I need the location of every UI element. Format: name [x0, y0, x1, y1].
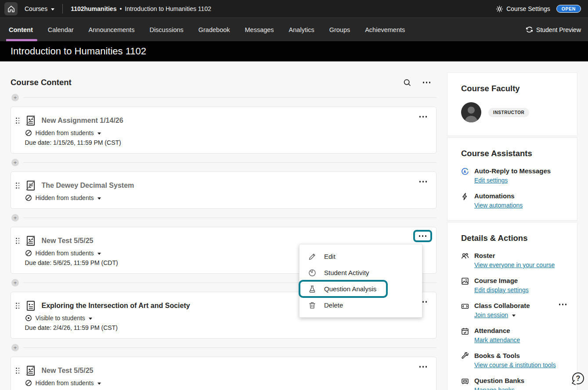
course-settings-button[interactable]: Course Settings [496, 5, 550, 13]
add-content-button[interactable]: + [11, 279, 19, 286]
caret-down-icon [512, 315, 516, 317]
menu-item-delete[interactable]: Delete [299, 297, 422, 313]
tab-discussions[interactable]: Discussions [149, 18, 183, 41]
item-menu-button-active[interactable] [413, 230, 433, 242]
join-session-link[interactable]: Join session [474, 311, 508, 318]
tab-calendar[interactable]: Calendar [48, 18, 74, 41]
item-body: New Test 5/5/25 Hidden from students Due… [25, 235, 118, 266]
automations-item: Automations View automations [461, 192, 566, 209]
eye-slash-icon [25, 379, 32, 386]
course-faculty-heading: Course Faculty [461, 84, 566, 93]
course-content-column: Course Content + [11, 61, 436, 390]
drag-handle-icon[interactable] [16, 238, 20, 244]
books-tools-title: Books & Tools [474, 352, 556, 359]
eye-slash-icon [25, 129, 32, 136]
caret-down-icon [97, 253, 101, 255]
content-item-title[interactable]: New Assignment 1/14/26 [42, 117, 123, 125]
instructor-avatar[interactable] [461, 102, 481, 122]
edit-settings-link[interactable]: Edit settings [474, 177, 551, 184]
add-content-button[interactable]: + [11, 214, 19, 222]
view-everyone-link[interactable]: View everyone in your course [474, 261, 555, 268]
visibility-selector[interactable]: Visible to students [25, 315, 190, 322]
item-menu-button[interactable] [417, 178, 429, 185]
menu-item-edit[interactable]: Edit [299, 248, 422, 265]
tab-messages[interactable]: Messages [245, 18, 274, 41]
course-faculty-card: Course Faculty INSTRUCTOR [447, 72, 577, 136]
drag-handle-icon[interactable] [16, 368, 20, 374]
due-date-text: Due date: 1/15/26, 11:59 PM (CST) [25, 139, 123, 146]
flask-icon [308, 285, 317, 293]
add-content-divider: + [11, 159, 436, 166]
menu-item-label: Edit [324, 253, 335, 260]
help-icon[interactable]: ? [572, 372, 584, 384]
breadcrumb-course-name: Introduction to Humanities 1102 [125, 5, 211, 12]
menu-item-label: Student Activity [324, 269, 369, 276]
course-content-heading: Course Content [11, 78, 72, 87]
bank-icon [461, 377, 469, 385]
item-menu-button[interactable] [417, 363, 429, 370]
add-content-button[interactable]: + [11, 344, 19, 351]
tab-announcements[interactable]: Announcements [89, 18, 135, 41]
course-assistants-heading: Course Assistants [461, 149, 566, 158]
details-actions-card: Details & Actions Roster View everyone i… [447, 222, 577, 390]
caret-down-icon [97, 132, 101, 135]
add-content-button[interactable]: + [11, 159, 19, 166]
tab-achievements[interactable]: Achievements [365, 18, 405, 41]
instructor-role-badge: INSTRUCTOR [488, 108, 529, 117]
course-image-title: Course Image [474, 277, 529, 284]
ai-circle-icon [461, 168, 469, 175]
drag-handle-icon[interactable] [16, 303, 20, 309]
eye-slash-icon [25, 250, 32, 257]
visibility-selector[interactable]: Hidden from students [25, 129, 123, 136]
item-body: The Dewey Decimal System Hidden from stu… [25, 180, 134, 201]
menu-item-student-activity[interactable]: Student Activity [299, 265, 422, 281]
faculty-row: INSTRUCTOR [461, 102, 566, 122]
visibility-selector[interactable]: Hidden from students [25, 250, 118, 257]
search-button[interactable] [403, 79, 411, 87]
course-assistants-card: Course Assistants Auto-Reply to Messages… [447, 137, 577, 221]
tab-content[interactable]: Content [9, 18, 33, 41]
video-session-icon [461, 302, 469, 310]
tab-groups[interactable]: Groups [329, 18, 350, 41]
visibility-selector[interactable]: Hidden from students [25, 194, 134, 201]
wrench-icon [461, 352, 469, 360]
content-options-button[interactable] [423, 82, 431, 83]
item-menu-button[interactable] [417, 113, 429, 120]
auto-reply-title: Auto-Reply to Messages [474, 167, 551, 175]
right-sidebar: Course Faculty INSTRUCTOR Course Assista… [447, 72, 577, 390]
visibility-selector[interactable]: Hidden from students [25, 379, 118, 386]
class-collaborate-menu-button[interactable] [559, 304, 567, 305]
roster-title: Roster [474, 252, 555, 259]
content-item-card: The Dewey Decimal System Hidden from stu… [11, 172, 436, 209]
tab-analytics[interactable]: Analytics [289, 18, 314, 41]
page-title: Introduction to Humanities 1102 [11, 46, 146, 57]
drag-handle-icon[interactable] [16, 118, 20, 124]
content-item-title[interactable]: New Test 5/5/25 [42, 237, 94, 245]
open-status-badge[interactable]: OPEN [556, 5, 581, 13]
content-item-title[interactable]: The Dewey Decimal System [42, 182, 134, 190]
student-preview-button[interactable]: Student Preview [526, 26, 581, 33]
visibility-label: Hidden from students [36, 250, 94, 257]
breadcrumb: 1102humanities • Introduction to Humanit… [71, 5, 211, 12]
add-content-button[interactable]: + [11, 94, 19, 101]
courses-dropdown[interactable]: Courses [25, 5, 54, 12]
test-icon [25, 300, 36, 311]
caret-down-icon [89, 318, 92, 320]
books-tools-item: Books & Tools View course & institution … [461, 352, 566, 369]
manage-banks-link[interactable]: Manage banks [474, 386, 524, 390]
mark-attendance-link[interactable]: Mark attendance [474, 336, 520, 343]
breadcrumb-course-id[interactable]: 1102humanities [71, 5, 116, 12]
content-item-title[interactable]: New Test 5/5/25 [42, 367, 94, 375]
edit-display-settings-link[interactable]: Edit display settings [474, 286, 529, 293]
view-tools-link[interactable]: View course & institution tools [474, 361, 556, 369]
courses-label: Courses [25, 5, 47, 12]
tab-gradebook[interactable]: Gradebook [198, 18, 230, 41]
search-icon [403, 79, 411, 87]
student-preview-label: Student Preview [536, 26, 581, 33]
image-icon [461, 277, 469, 285]
home-button[interactable] [4, 2, 18, 15]
drag-handle-icon[interactable] [16, 182, 20, 189]
menu-item-question-analysis[interactable]: Question Analysis [299, 280, 388, 298]
content-item-title[interactable]: Exploring the Intersection of Art and So… [42, 302, 190, 310]
view-automations-link[interactable]: View automations [474, 202, 523, 209]
